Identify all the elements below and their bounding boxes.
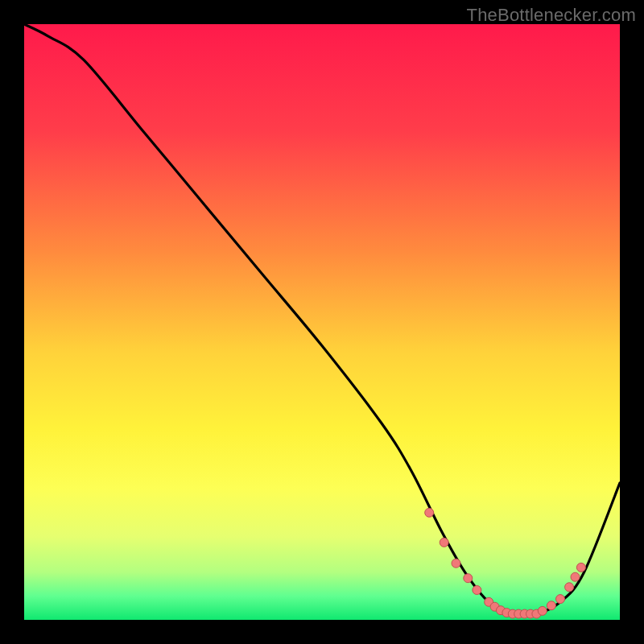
marker-dot [547, 601, 555, 610]
marker-dot [425, 508, 434, 517]
watermark-text: TheBottlenecker.com [467, 5, 636, 26]
bottleneck-curve [24, 24, 620, 615]
marker-dot [473, 586, 481, 595]
marker-dot [440, 538, 448, 547]
marker-dot [464, 574, 473, 583]
curve-layer [24, 24, 620, 620]
marker-dot [571, 572, 580, 581]
marker-dot [538, 606, 547, 615]
chart-frame: TheBottlenecker.com [0, 0, 644, 644]
marker-dot [556, 595, 565, 604]
marker-dot [576, 563, 585, 572]
plot-area [24, 24, 620, 620]
marker-group [425, 508, 586, 618]
marker-dot [452, 559, 460, 568]
marker-dot [565, 583, 574, 592]
